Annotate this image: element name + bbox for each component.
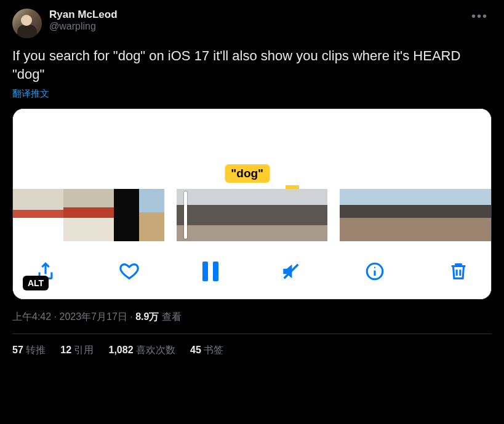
tweet-text: If you search for "dog" on iOS 17 it'll … [12, 47, 492, 83]
video-frame [177, 189, 214, 241]
author-names[interactable]: Ryan McLeod @warpling [49, 9, 460, 32]
tweet-header: Ryan McLeod @warpling ••• [12, 9, 492, 38]
video-frame [252, 189, 290, 241]
alt-badge[interactable]: ALT [23, 276, 49, 290]
views-label: 查看 [159, 311, 181, 322]
retweets-stat[interactable]: 57 转推 [12, 344, 46, 357]
video-frame [340, 189, 365, 241]
media-attachment[interactable]: "dog" [12, 108, 492, 300]
video-frame [139, 189, 164, 241]
video-frame [13, 189, 38, 241]
media-preview-top: "dog" [13, 109, 491, 189]
views-count: 8.9万 [135, 311, 159, 322]
video-frame [466, 189, 491, 241]
video-frame [441, 189, 466, 241]
video-frame [38, 189, 63, 241]
video-filmstrip[interactable] [13, 189, 491, 247]
user-handle: @warpling [49, 21, 460, 32]
video-frame [214, 189, 252, 241]
likes-stat[interactable]: 1,082 喜欢次数 [109, 344, 176, 357]
bookmarks-stat[interactable]: 45 书签 [190, 344, 223, 357]
pause-icon[interactable] [202, 262, 218, 281]
svg-point-3 [374, 267, 375, 268]
quotes-stat[interactable]: 12 引用 [60, 344, 94, 357]
search-term-badge: "dog" [225, 164, 270, 183]
clip-group[interactable] [340, 189, 491, 241]
info-icon[interactable] [364, 261, 385, 282]
clip-group[interactable] [177, 189, 328, 241]
video-frame [89, 189, 114, 241]
video-frame [63, 189, 89, 241]
tweet-time: 上午4:42 [12, 311, 51, 322]
video-frame [114, 189, 139, 241]
tweet-card: Ryan McLeod @warpling ••• If you search … [0, 0, 504, 367]
tweet-meta[interactable]: 上午4:42 · 2023年7月17日 · 8.9万 查看 [12, 300, 492, 334]
tweet-stats: 57 转推 12 引用 1,082 喜欢次数 45 书签 [12, 334, 492, 367]
translate-link[interactable]: 翻译推文 [12, 88, 49, 100]
clip-group[interactable] [13, 189, 164, 241]
media-toolbar [13, 247, 491, 299]
more-icon[interactable]: ••• [468, 9, 492, 23]
video-frame [390, 189, 415, 241]
trash-icon[interactable] [448, 261, 469, 282]
heart-icon[interactable] [119, 261, 140, 282]
tweet-date: 2023年7月17日 [59, 311, 127, 322]
video-frame [290, 189, 327, 241]
display-name: Ryan McLeod [49, 9, 460, 21]
mute-icon[interactable] [281, 261, 302, 282]
video-frame [365, 189, 390, 241]
avatar[interactable] [12, 9, 42, 38]
video-frame [415, 189, 441, 241]
